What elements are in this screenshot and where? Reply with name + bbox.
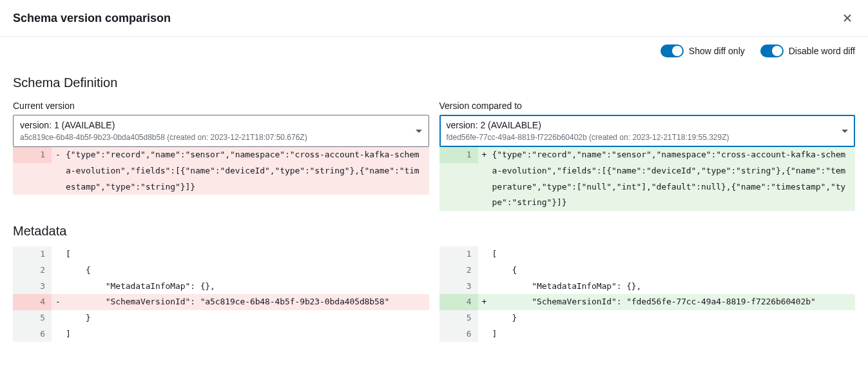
code-text: "SchemaVersionId": "a5c819ce-6b48-4b5f-9… [66,294,429,310]
right-column: Version compared to version: 2 (AVAILABL… [439,101,856,211]
code-text: { [66,262,429,279]
right-metadata-diff: 1[2 {3 "MetadataInfoMap": {},4+ "SchemaV… [439,246,856,342]
version-select-sub: fded56fe-77cc-49a4-8819-f7226b60402b (cr… [447,132,729,143]
disable-word-diff-toggle[interactable]: Disable word diff [760,44,855,57]
compared-version-label: Version compared to [439,101,856,111]
toggle-label: Show diff only [689,46,745,56]
code-text: "SchemaVersionId": "fded56fe-77cc-49a4-8… [492,294,856,310]
version-select-sub: a5c819ce-6b48-4b5f-9b23-0bda405d8b58 (cr… [20,132,307,143]
diff-line: 1+{"type":"record","name":"sensor","name… [439,147,856,211]
show-diff-only-toggle[interactable]: Show diff only [661,44,745,57]
diff-line: 1-{"type":"record","name":"sensor","name… [13,147,429,195]
code-text: "MetadataInfoMap": {}, [492,279,856,295]
code-text: [ [492,246,856,262]
diff-line: 6] [13,326,429,342]
diff-line: 4+ "SchemaVersionId": "fded56fe-77cc-49a… [439,294,856,310]
code-text: {"type":"record","name":"sensor","namesp… [66,147,429,195]
version-select-main: version: 1 (AVAILABLE) [20,119,307,132]
dialog-header: Schema version comparison [0,0,868,37]
schema-definition-heading: Schema Definition [13,75,855,90]
diff-line: 2 { [13,262,429,279]
line-number: 2 [13,262,52,279]
diff-line: 4- "SchemaVersionId": "a5c819ce-6b48-4b5… [13,294,429,310]
close-icon [842,13,853,23]
metadata-diff-grid: 1[2 {3 "MetadataInfoMap": {},4- "SchemaV… [13,246,855,342]
content: Schema Definition Current version versio… [0,63,868,355]
code-text: "MetadataInfoMap": {}, [66,279,429,295]
code-text: { [492,262,856,279]
code-text: } [66,310,429,326]
compared-version-select[interactable]: version: 2 (AVAILABLE) fded56fe-77cc-49a… [439,115,856,147]
line-number: 1 [439,246,478,262]
version-select-main: version: 2 (AVAILABLE) [447,119,729,132]
metadata-heading: Metadata [13,224,855,239]
left-column: Current version version: 1 (AVAILABLE) a… [13,101,429,211]
line-number: 3 [13,279,52,295]
right-schema-diff: 1+{"type":"record","name":"sensor","name… [439,147,856,211]
code-text: {"type":"record","name":"sensor","namesp… [492,147,856,211]
schema-diff-grid: Current version version: 1 (AVAILABLE) a… [13,101,855,211]
line-number: 5 [439,310,478,326]
line-number: 1 [439,147,478,163]
chevron-down-icon [416,130,422,133]
toggle-switch-icon [661,44,684,57]
diff-line: 3 "MetadataInfoMap": {}, [13,279,429,295]
line-number: 1 [13,147,52,163]
current-version-select[interactable]: version: 1 (AVAILABLE) a5c819ce-6b48-4b5… [13,115,429,147]
diff-line: 1[ [439,246,856,262]
diff-line: 6] [439,326,856,342]
diff-sign: - [52,147,66,163]
code-text: ] [492,326,856,342]
close-button[interactable] [840,10,855,26]
line-number: 6 [439,326,478,342]
toggle-bar: Show diff only Disable word diff [0,37,868,63]
line-number: 2 [439,262,478,279]
diff-line: 3 "MetadataInfoMap": {}, [439,279,856,295]
diff-sign: + [478,147,492,163]
left-metadata-diff: 1[2 {3 "MetadataInfoMap": {},4- "SchemaV… [13,246,429,342]
toggle-switch-icon [760,44,784,57]
line-number: 6 [13,326,52,342]
diff-line: 5 } [13,310,429,326]
line-number: 5 [13,310,52,326]
diff-line: 5 } [439,310,856,326]
line-number: 4 [13,294,52,310]
diff-sign: + [478,294,492,310]
line-number: 1 [13,246,52,262]
code-text: ] [66,326,429,342]
left-schema-diff: 1-{"type":"record","name":"sensor","name… [13,147,429,195]
line-number: 3 [439,279,478,295]
diff-line: 2 { [439,262,856,279]
diff-line: 1[ [13,246,429,262]
diff-sign: - [52,294,66,310]
chevron-down-icon [842,130,848,133]
line-number: 4 [439,294,478,310]
code-text: [ [66,246,429,262]
toggle-label: Disable word diff [789,46,855,56]
current-version-label: Current version [13,101,429,111]
dialog-title: Schema version comparison [13,12,171,25]
code-text: } [492,310,856,326]
